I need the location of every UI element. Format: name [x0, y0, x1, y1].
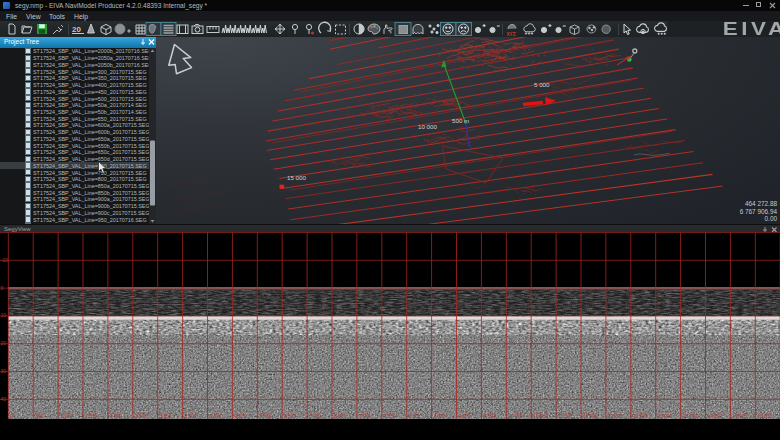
svg-text:15 000: 15 000	[758, 414, 772, 419]
svg-text:0: 0	[1, 285, 4, 291]
svg-text:3 000: 3 000	[160, 414, 172, 419]
svg-text:6 000: 6 000	[309, 414, 321, 419]
svg-text:10 000: 10 000	[509, 414, 523, 419]
svg-text:40: 40	[1, 396, 7, 402]
svg-text:4 500: 4 500	[235, 414, 247, 419]
svg-text:1 000: 1 000	[60, 414, 72, 419]
svg-text:20: 20	[1, 340, 7, 346]
svg-text:8 000: 8 000	[409, 414, 421, 419]
svg-text:500: 500	[35, 414, 43, 419]
svg-text:7 000: 7 000	[359, 414, 371, 419]
svg-text:12 500: 12 500	[633, 414, 647, 419]
svg-text:464 272.88: 464 272.88	[745, 200, 777, 207]
svg-text:5 000: 5 000	[260, 414, 272, 419]
svg-text:15 000: 15 000	[287, 174, 306, 181]
svg-text:0: 0	[11, 414, 14, 419]
svg-text:5 000: 5 000	[534, 81, 550, 88]
svg-text:13 500: 13 500	[683, 414, 697, 419]
svg-text:500 m: 500 m	[452, 117, 469, 124]
svg-text:11 000: 11 000	[558, 414, 572, 419]
svg-text:9 500: 9 500	[484, 414, 496, 419]
svg-text:11 500: 11 500	[583, 414, 597, 419]
svg-text:10 000: 10 000	[418, 123, 437, 130]
svg-text:14 500: 14 500	[733, 414, 747, 419]
svg-text:2 000: 2 000	[110, 414, 122, 419]
svg-text:20: 20	[72, 25, 81, 34]
svg-text:3 500: 3 500	[185, 414, 197, 419]
svg-text:12 000: 12 000	[608, 414, 622, 419]
svg-text:4 000: 4 000	[210, 414, 222, 419]
svg-text:6 500: 6 500	[334, 414, 346, 419]
svg-text:6 767 906.94: 6 767 906.94	[740, 208, 778, 215]
svg-text:5 500: 5 500	[284, 414, 296, 419]
svg-text:XYZ: XYZ	[507, 32, 516, 37]
svg-text:10: 10	[1, 312, 7, 318]
svg-text:8 500: 8 500	[434, 414, 446, 419]
svg-text:7 500: 7 500	[384, 414, 396, 419]
svg-text:-10: -10	[1, 257, 8, 263]
svg-text:14 000: 14 000	[708, 414, 722, 419]
svg-text:10 500: 10 500	[533, 414, 547, 419]
svg-text:1 500: 1 500	[85, 414, 97, 419]
svg-text:2 500: 2 500	[135, 414, 147, 419]
svg-text:9 000: 9 000	[459, 414, 471, 419]
svg-text:0.00: 0.00	[765, 215, 778, 222]
svg-text:13 000: 13 000	[658, 414, 672, 419]
svg-text:30: 30	[1, 368, 7, 374]
